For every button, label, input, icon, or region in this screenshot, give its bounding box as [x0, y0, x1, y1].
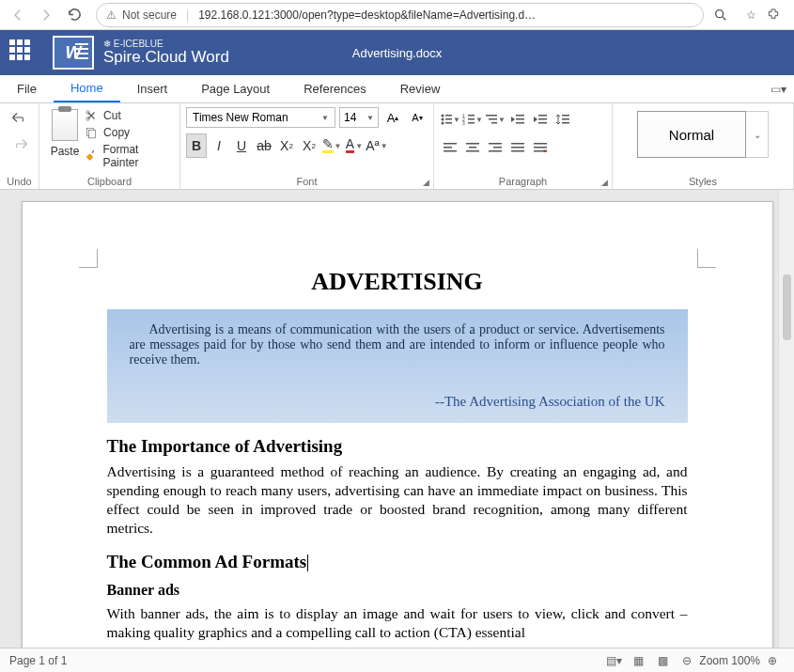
style-normal[interactable]: Normal: [637, 111, 746, 158]
format-painter-label: Format Painter: [102, 143, 174, 169]
grow-font-button[interactable]: A▴: [382, 107, 403, 128]
page-info: Page 1 of 1: [9, 654, 67, 667]
highlight-button[interactable]: ✎▼: [321, 133, 342, 158]
url-text: 192.168.0.121:3000/open?type=desktop&fil…: [198, 8, 536, 22]
quote-box: Advertising is a means of communication …: [107, 309, 688, 423]
bold-button[interactable]: B: [186, 133, 207, 158]
group-paragraph: ▼ 123▼ ▼ × Paragraph ◢: [434, 103, 613, 189]
zoom-in-button[interactable]: ⊕: [760, 654, 785, 667]
svg-point-7: [442, 118, 444, 121]
subscript-button[interactable]: X2: [299, 133, 319, 158]
zoom-out-button[interactable]: ⊖: [675, 654, 699, 667]
italic-button[interactable]: I: [209, 133, 229, 158]
svg-rect-35: [489, 143, 502, 145]
bullets-button[interactable]: ▼: [440, 107, 460, 132]
ribbon: Undo Paste Cut Copy Format Painter: [0, 103, 794, 190]
group-label-styles: Styles: [689, 176, 717, 189]
svg-text:×: ×: [543, 148, 547, 153]
app-header: W ❄ E-ICEBLUE Spire.Cloud Word Advertisi…: [0, 30, 794, 75]
paste-button[interactable]: Paste: [45, 107, 85, 176]
address-bar[interactable]: ⚠ Not secure | 192.168.0.121:3000/open?t…: [96, 3, 704, 27]
word-logo-icon: W: [53, 36, 94, 70]
view-mode-1-icon[interactable]: ▤▾: [601, 654, 626, 667]
document-page[interactable]: ADVERTISING Advertising is a means of co…: [22, 201, 773, 648]
search-in-page-icon[interactable]: [713, 8, 736, 23]
styles-dropdown-icon[interactable]: ⌄: [746, 111, 769, 158]
forward-button[interactable]: [34, 3, 58, 27]
svg-rect-36: [493, 147, 502, 148]
svg-rect-12: [468, 115, 475, 117]
svg-rect-34: [466, 150, 479, 152]
increase-indent-button[interactable]: [530, 107, 551, 132]
align-center-button[interactable]: [462, 135, 483, 160]
doc-title: ADVERTISING: [107, 268, 688, 296]
svg-rect-8: [445, 118, 452, 120]
copy-button[interactable]: Copy: [85, 126, 174, 139]
group-label-paragraph: Paragraph: [440, 176, 606, 189]
format-painter-button[interactable]: Format Painter: [85, 143, 174, 169]
back-button[interactable]: [6, 3, 30, 27]
paragraph-launcher-icon[interactable]: ◢: [601, 178, 608, 187]
align-right-button[interactable]: [485, 135, 506, 160]
undo-button[interactable]: [11, 111, 28, 124]
paragraph-2: With banner ads, the aim is to display a…: [107, 604, 688, 642]
menu-page-layout[interactable]: Page Layout: [184, 75, 287, 102]
warning-icon: ⚠: [106, 8, 117, 22]
svg-rect-30: [444, 147, 452, 148]
font-size-select[interactable]: 14▼: [339, 107, 379, 128]
paste-label: Paste: [45, 145, 85, 158]
svg-rect-32: [466, 143, 479, 145]
menu-home[interactable]: Home: [54, 75, 120, 102]
extensions-icon[interactable]: [766, 8, 788, 23]
view-mode-3-icon[interactable]: ▩: [650, 654, 675, 667]
not-secure-label: Not secure: [122, 8, 177, 22]
brand-subtitle: ❄ E-ICEBLUE: [103, 39, 229, 49]
align-left-button[interactable]: [440, 135, 460, 160]
svg-point-9: [442, 122, 444, 125]
font-size-value: 14: [344, 111, 356, 124]
heading-banner: Banner ads: [107, 582, 688, 599]
strikethrough-button[interactable]: ab: [254, 133, 274, 158]
font-name-select[interactable]: Times New Roman▼: [186, 107, 335, 128]
scrollbar-thumb[interactable]: [783, 274, 791, 340]
svg-rect-37: [489, 150, 502, 152]
svg-text:3: 3: [462, 120, 465, 126]
font-launcher-icon[interactable]: ◢: [423, 178, 429, 187]
font-name-value: Times New Roman: [193, 111, 288, 124]
zoom-level: Zoom 100%: [699, 654, 760, 667]
view-mode-2-icon[interactable]: ▦: [626, 654, 650, 667]
group-undo: Undo: [0, 103, 39, 189]
quote-attribution: --The Advertising Association of the UK: [130, 394, 665, 410]
shrink-font-button[interactable]: A▾: [407, 107, 428, 128]
underline-button[interactable]: U: [231, 133, 252, 158]
menu-file[interactable]: File: [0, 75, 54, 102]
change-case-button[interactable]: Aª▼: [366, 133, 387, 158]
svg-rect-23: [538, 115, 547, 117]
decrease-indent-button[interactable]: [507, 107, 528, 132]
svg-rect-41: [534, 143, 547, 145]
line-spacing-button[interactable]: [553, 107, 573, 132]
svg-point-0: [716, 9, 724, 17]
apps-grid-icon[interactable]: [9, 39, 36, 66]
numbering-button[interactable]: 123▼: [462, 107, 483, 132]
menu-references[interactable]: References: [287, 75, 382, 102]
justify-button[interactable]: [507, 135, 528, 160]
svg-point-5: [442, 115, 444, 117]
group-label-font: Font: [186, 176, 428, 189]
menu-insert[interactable]: Insert: [120, 75, 185, 102]
reload-button[interactable]: [62, 3, 86, 27]
svg-rect-18: [489, 118, 497, 120]
menu-review[interactable]: Review: [383, 75, 458, 102]
bookmark-icon[interactable]: ☆: [740, 8, 762, 22]
superscript-button[interactable]: X2: [276, 133, 297, 158]
font-color-button[interactable]: A▼: [344, 133, 365, 158]
multilevel-list-button[interactable]: ▼: [485, 107, 506, 132]
document-canvas[interactable]: ADVERTISING Advertising is a means of co…: [0, 190, 794, 648]
redo-button[interactable]: [11, 137, 28, 150]
status-bar: Page 1 of 1 ▤▾ ▦ ▩ ⊖ Zoom 100% ⊕: [0, 648, 794, 672]
cut-button[interactable]: Cut: [85, 109, 174, 122]
svg-rect-21: [516, 118, 524, 120]
paragraph-1: Advertising is a guaranteed method of re…: [107, 462, 688, 539]
collapse-ribbon-icon[interactable]: ▭▾: [771, 83, 786, 96]
show-marks-button[interactable]: ×: [530, 135, 551, 160]
